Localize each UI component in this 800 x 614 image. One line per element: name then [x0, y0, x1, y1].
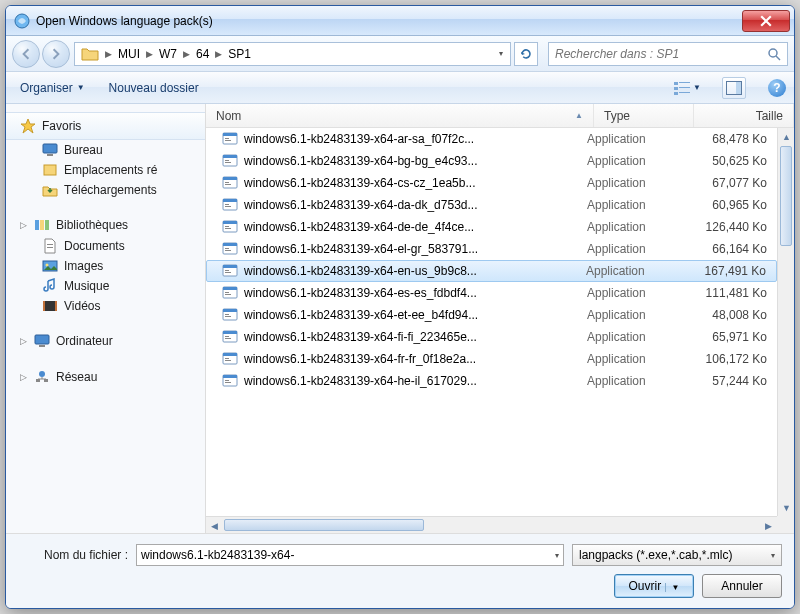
svg-rect-50: [223, 243, 237, 246]
scrollbar-thumb[interactable]: [780, 146, 792, 246]
file-name: windows6.1-kb2483139-x64-ar-sa_f07f2c...: [244, 132, 577, 146]
application-icon: [222, 197, 238, 213]
svg-rect-24: [35, 335, 49, 344]
folder-icon: [81, 45, 99, 63]
application-icon: [222, 285, 238, 301]
new-folder-label: Nouveau dossier: [109, 81, 199, 95]
back-button[interactable]: [12, 40, 40, 68]
sidebar-group-computer[interactable]: ▷ Ordinateur: [6, 330, 205, 352]
svg-rect-64: [225, 316, 231, 317]
sidebar-item-documents[interactable]: Documents: [6, 236, 205, 256]
scroll-left-arrow-icon[interactable]: ◀: [206, 517, 223, 533]
help-button[interactable]: ?: [768, 79, 786, 97]
column-header-type[interactable]: Type: [594, 104, 694, 127]
forward-button[interactable]: [42, 40, 70, 68]
view-mode-button[interactable]: ▼: [670, 77, 704, 99]
svg-rect-32: [225, 140, 231, 141]
sidebar-item-desktop[interactable]: Bureau: [6, 140, 205, 160]
vertical-scrollbar[interactable]: ▲ ▼: [777, 128, 794, 516]
toolbar: Organiser ▼ Nouveau dossier ▼ ?: [6, 72, 794, 104]
file-type-filter[interactable]: langpacks (*.exe,*.cab,*.mlc) ▾: [572, 544, 782, 566]
collapse-triangle-icon: ▷: [20, 220, 28, 230]
filename-field[interactable]: ▾: [136, 544, 564, 566]
horizontal-scrollbar[interactable]: ◀ ▶: [206, 516, 777, 533]
cancel-button[interactable]: Annuler: [702, 574, 782, 598]
sidebar-item-recent[interactable]: Emplacements ré: [6, 160, 205, 180]
file-row[interactable]: windows6.1-kb2483139-x64-et-ee_b4fd94...…: [206, 304, 777, 326]
sidebar-item-images[interactable]: Images: [6, 256, 205, 276]
filename-input[interactable]: [141, 548, 555, 562]
collapse-triangle-icon: ▷: [20, 372, 28, 382]
file-size: 167,491 Ko: [676, 264, 776, 278]
sidebar-group-network[interactable]: ▷ Réseau: [6, 366, 205, 388]
organize-button[interactable]: Organiser ▼: [14, 78, 91, 98]
application-icon: [222, 153, 238, 169]
column-header-size[interactable]: Taille: [694, 104, 794, 127]
organize-label: Organiser: [20, 81, 73, 95]
svg-rect-58: [223, 287, 237, 290]
scroll-down-arrow-icon[interactable]: ▼: [778, 499, 794, 516]
file-row[interactable]: windows6.1-kb2483139-x64-fr-fr_0f18e2a..…: [206, 348, 777, 370]
scroll-up-arrow-icon[interactable]: ▲: [778, 128, 794, 145]
search-box[interactable]: [548, 42, 788, 66]
column-headers: Nom▲ Type Taille: [206, 104, 794, 128]
file-type: Application: [577, 154, 677, 168]
sidebar-item-label: Téléchargements: [64, 183, 157, 197]
breadcrumb-segment[interactable]: W7: [155, 43, 181, 65]
svg-rect-67: [225, 336, 229, 337]
sidebar-group-favorites[interactable]: Favoris: [6, 112, 205, 140]
file-row[interactable]: windows6.1-kb2483139-x64-el-gr_583791...…: [206, 238, 777, 260]
close-button[interactable]: [742, 10, 790, 32]
file-name: windows6.1-kb2483139-x64-es-es_fdbdf4...: [244, 286, 577, 300]
preview-pane-button[interactable]: [722, 77, 746, 99]
music-icon: [42, 278, 58, 294]
file-name: windows6.1-kb2483139-x64-he-il_617029...: [244, 374, 577, 388]
svg-rect-72: [225, 360, 231, 361]
svg-rect-15: [40, 220, 44, 230]
sidebar-item-music[interactable]: Musique: [6, 276, 205, 296]
address-dropdown[interactable]: ▾: [494, 49, 508, 58]
chevron-right-icon: ▶: [144, 49, 155, 59]
column-header-name[interactable]: Nom▲: [206, 104, 594, 127]
scroll-right-arrow-icon[interactable]: ▶: [760, 517, 777, 533]
nav-bar: ▶ MUI ▶ W7 ▶ 64 ▶ SP1 ▾: [6, 36, 794, 72]
svg-rect-60: [225, 294, 231, 295]
filter-label: langpacks (*.exe,*.cab,*.mlc): [579, 548, 732, 562]
file-row[interactable]: windows6.1-kb2483139-x64-en-us_9b9c8...A…: [206, 260, 777, 282]
svg-rect-62: [223, 309, 237, 312]
sidebar-item-downloads[interactable]: Téléchargements: [6, 180, 205, 200]
file-row[interactable]: windows6.1-kb2483139-x64-he-il_617029...…: [206, 370, 777, 392]
svg-point-26: [39, 371, 45, 377]
new-folder-button[interactable]: Nouveau dossier: [103, 78, 205, 98]
svg-rect-30: [223, 133, 237, 136]
svg-rect-68: [225, 338, 231, 339]
file-row[interactable]: windows6.1-kb2483139-x64-cs-cz_1ea5b...A…: [206, 172, 777, 194]
file-type: Application: [577, 352, 677, 366]
scrollbar-thumb[interactable]: [224, 519, 424, 531]
downloads-icon: [42, 182, 58, 198]
breadcrumb-segment[interactable]: SP1: [224, 43, 255, 65]
file-row[interactable]: windows6.1-kb2483139-x64-fi-fi_223465e..…: [206, 326, 777, 348]
file-row[interactable]: windows6.1-kb2483139-x64-es-es_fdbdf4...…: [206, 282, 777, 304]
search-input[interactable]: [555, 47, 767, 61]
file-row[interactable]: windows6.1-kb2483139-x64-ar-sa_f07f2c...…: [206, 128, 777, 150]
file-row[interactable]: windows6.1-kb2483139-x64-bg-bg_e4c93...A…: [206, 150, 777, 172]
open-file-dialog: Open Windows language pack(s) ▶ MUI ▶ W7…: [5, 5, 795, 609]
file-row[interactable]: windows6.1-kb2483139-x64-de-de_4f4ce...A…: [206, 216, 777, 238]
refresh-button[interactable]: [514, 42, 538, 66]
svg-rect-10: [736, 82, 741, 94]
sidebar-item-videos[interactable]: Vidéos: [6, 296, 205, 316]
svg-rect-4: [679, 82, 690, 83]
open-button[interactable]: Ouvrir ▼: [614, 574, 694, 598]
breadcrumb-segment[interactable]: 64: [192, 43, 213, 65]
svg-rect-38: [223, 177, 237, 180]
sidebar-item-label: Emplacements ré: [64, 163, 157, 177]
application-icon: [222, 329, 238, 345]
sidebar-group-libraries[interactable]: ▷ Bibliothèques: [6, 214, 205, 236]
chevron-down-icon[interactable]: ▾: [555, 551, 559, 560]
file-type: Application: [577, 308, 677, 322]
address-bar[interactable]: ▶ MUI ▶ W7 ▶ 64 ▶ SP1 ▾: [74, 42, 511, 66]
breadcrumb-segment[interactable]: MUI: [114, 43, 144, 65]
file-row[interactable]: windows6.1-kb2483139-x64-da-dk_d753d...A…: [206, 194, 777, 216]
svg-rect-42: [223, 199, 237, 202]
